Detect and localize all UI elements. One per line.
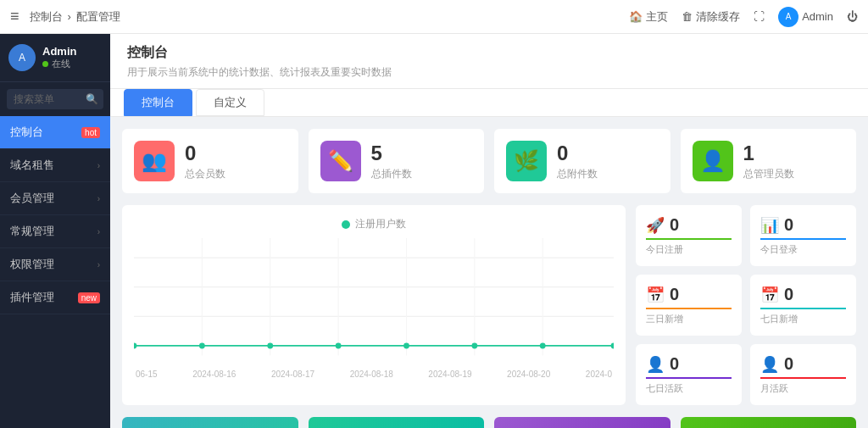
sidebar-item-label: 插件管理: [10, 290, 54, 305]
sidebar-search[interactable]: 🔍: [7, 89, 103, 109]
stats-7day-new: 📅 0 七日新增: [750, 275, 856, 336]
clear-cache-icon: 🗑: [682, 10, 693, 23]
x-label-6: 2024-08-20: [507, 370, 550, 379]
main-layout: A Admin 在线 🔍 控制台 hot 域名租售 ›: [0, 34, 868, 428]
status-label: 在线: [52, 58, 70, 70]
admins-number: 1: [743, 142, 845, 165]
page-description: 用于展示当前系统中的统计数据、统计报表及重要实时数据: [127, 65, 851, 80]
user-active-icon: 👤: [646, 355, 665, 374]
svg-point-11: [199, 342, 205, 348]
plugins-label: 总插件数: [371, 167, 473, 181]
x-label-1: 06-15: [136, 370, 158, 379]
admins-label: 总管理员数: [743, 167, 845, 181]
content-tabs-bar: 控制台 自定义: [110, 89, 868, 117]
logout-item[interactable]: ⏻: [847, 10, 858, 23]
sidebar-user-section: A Admin 在线: [0, 34, 110, 82]
chart-x-axis: 06-15 2024-08-16 2024-08-17 2024-08-18 2…: [134, 370, 614, 379]
user-avatar: A: [8, 44, 36, 71]
bottom-card-attachment: 附件统计 实时 0 ▼ 附件数量 0B: [494, 417, 670, 428]
attachments-icon: 🌿: [506, 141, 547, 181]
rocket-icon: 🚀: [646, 216, 665, 235]
attachments-info: 0 总附件数: [557, 142, 659, 181]
7day-active-label: 七日活跃: [646, 377, 732, 395]
breadcrumb-item-1[interactable]: 控制台: [30, 9, 63, 25]
3day-new-label: 三日新增: [646, 308, 732, 325]
admins-info: 1 总管理员数: [743, 142, 845, 181]
sidebar-item-permission[interactable]: 权限管理 ›: [0, 248, 110, 281]
avatar: A: [778, 7, 798, 27]
attachments-label: 总附件数: [557, 167, 659, 181]
hamburger-icon[interactable]: ≡: [10, 8, 19, 25]
x-label-7: 2024-0: [586, 370, 612, 379]
new-badge: new: [78, 292, 100, 303]
hot-badge: hot: [81, 127, 100, 138]
calendar-icon: 📅: [646, 286, 665, 304]
7day-active-number: 0: [670, 354, 679, 374]
x-label-3: 2024-08-17: [271, 370, 314, 379]
monthly-active-number: 0: [784, 354, 793, 374]
user-name: Admin: [42, 45, 102, 58]
line-chart: [134, 238, 614, 365]
members-info: 0 总会员数: [185, 142, 287, 181]
svg-point-12: [267, 342, 273, 348]
sidebar-item-general[interactable]: 常规管理 ›: [0, 215, 110, 248]
logout-icon: ⏻: [847, 10, 858, 23]
admin-nav-item[interactable]: A Admin: [778, 7, 833, 27]
today-login-label: 今日登录: [760, 238, 846, 256]
stat-card-admins: 👤 1 总管理员数: [681, 129, 857, 193]
svg-point-14: [403, 342, 409, 348]
user-status: 在线: [42, 58, 102, 70]
content-inner: 👥 0 总会员数 ✏️ 5 总插件数 🌿 0: [110, 117, 868, 428]
admins-icon: 👤: [693, 141, 733, 181]
today-register-label: 今日注册: [646, 238, 732, 256]
plugins-info: 5 总插件数: [371, 142, 473, 181]
legend-label: 注册用户数: [355, 217, 406, 231]
7day-new-label: 七日新增: [760, 308, 846, 325]
chart-area: 注册用户数: [122, 205, 626, 405]
sidebar-item-domain[interactable]: 域名租售 ›: [0, 149, 110, 182]
tab-custom[interactable]: 自定义: [196, 89, 264, 116]
x-label-4: 2024-08-18: [350, 370, 393, 379]
calendar-week-icon: 📅: [760, 286, 779, 304]
search-icon: 🔍: [86, 93, 98, 105]
stats-today-register: 🚀 0 今日注册: [636, 205, 742, 266]
page-header: 控制台 用于展示当前系统中的统计数据、统计报表及重要实时数据: [110, 34, 868, 89]
stat-card-plugins: ✏️ 5 总插件数: [309, 129, 485, 193]
admin-label: Admin: [802, 10, 833, 23]
today-register-number: 0: [670, 215, 679, 235]
sidebar-item-member[interactable]: 会员管理 ›: [0, 182, 110, 215]
top-navbar: ≡ 控制台 › 配置管理 🏠 主页 🗑 清除缓存 ⛶ A Admin ⏻: [0, 0, 868, 34]
middle-section: 注册用户数: [122, 205, 856, 405]
breadcrumb-sep: ›: [68, 10, 71, 23]
tab-console[interactable]: 控制台: [124, 89, 192, 116]
chart-legend: 注册用户数: [134, 217, 614, 231]
home-nav-item[interactable]: 🏠 主页: [629, 9, 668, 25]
chevron-right-icon: ›: [97, 194, 100, 203]
today-login-number: 0: [784, 215, 793, 235]
x-label-2: 2024-08-16: [192, 370, 236, 379]
bottom-card-image: 图片统计 实时 0 🖼 图片数量 0B: [681, 417, 857, 428]
plugins-number: 5: [371, 142, 473, 165]
sidebar-menu: 控制台 hot 域名租售 › 会员管理 › 常规管理 › 权限管理 › 插件管理…: [0, 116, 110, 428]
svg-point-16: [540, 342, 546, 348]
members-icon: 👥: [134, 141, 175, 181]
breadcrumb-item-2[interactable]: 配置管理: [76, 9, 120, 25]
fullscreen-item[interactable]: ⛶: [754, 10, 765, 23]
monthly-active-label: 月活跃: [760, 377, 846, 395]
3day-new-number: 0: [670, 285, 679, 304]
stats-monthly-active: 👤 0 月活跃: [750, 344, 856, 405]
svg-point-10: [134, 342, 136, 348]
members-label: 总会员数: [185, 167, 287, 181]
bottom-card-plugins: 运行中的插件 实时 0 ✏️ 当前运行中的插件数: [122, 417, 298, 428]
clear-cache-item[interactable]: 🗑 清除缓存: [682, 9, 740, 25]
stats-7day-active: 👤 0 七日活跃: [636, 344, 742, 405]
sidebar-item-console[interactable]: 控制台 hot: [0, 116, 110, 149]
chevron-right-icon: ›: [97, 161, 100, 170]
stats-today-login: 📊 0 今日登录: [750, 205, 856, 266]
clear-cache-label: 清除缓存: [696, 9, 740, 25]
svg-point-13: [336, 342, 342, 348]
sidebar-item-plugin[interactable]: 插件管理 new: [0, 281, 110, 314]
monthly-icon: 👤: [760, 355, 779, 374]
sidebar-item-label: 会员管理: [10, 191, 54, 206]
content-area: 控制台 用于展示当前系统中的统计数据、统计报表及重要实时数据 控制台 自定义 👥…: [110, 34, 868, 428]
